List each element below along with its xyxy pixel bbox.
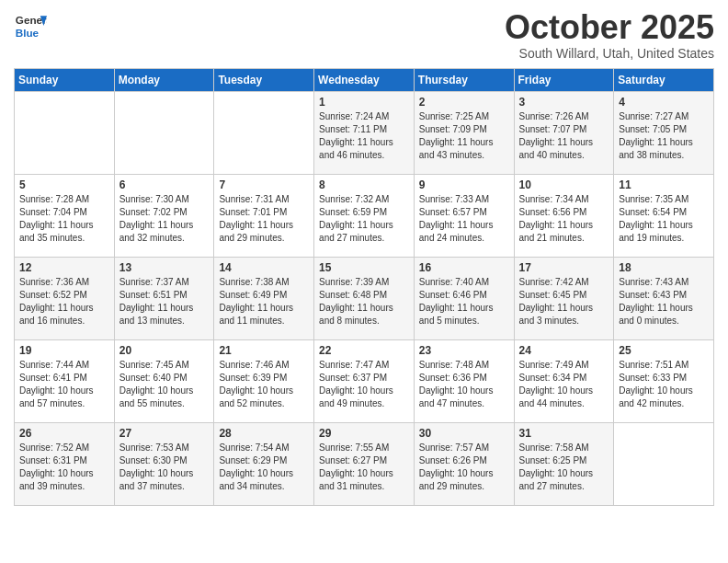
day-number: 31 [519,427,609,440]
day-number: 26 [19,427,109,440]
day-number: 4 [619,96,709,109]
day-number: 18 [619,261,709,274]
day-header-tuesday: Tuesday [214,68,314,91]
cell-content: Sunrise: 7:32 AM Sunset: 6:59 PM Dayligh… [319,193,409,245]
cell-content: Sunrise: 7:25 AM Sunset: 7:09 PM Dayligh… [419,110,509,162]
day-number: 1 [319,96,409,109]
day-header-sunday: Sunday [15,68,115,91]
day-number: 8 [319,178,409,191]
day-number: 23 [419,344,509,357]
cell-content: Sunrise: 7:49 AM Sunset: 6:34 PM Dayligh… [519,359,609,410]
cell-content: Sunrise: 7:34 AM Sunset: 6:56 PM Dayligh… [519,193,609,245]
day-number: 10 [519,178,609,191]
day-number: 27 [119,427,210,440]
calendar-table: SundayMondayTuesdayWednesdayThursdayFrid… [14,68,714,506]
calendar-cell: 11Sunrise: 7:35 AM Sunset: 6:54 PM Dayli… [614,174,714,257]
calendar-cell: 25Sunrise: 7:51 AM Sunset: 6:33 PM Dayli… [614,339,714,422]
calendar-cell: 31Sunrise: 7:58 AM Sunset: 6:25 PM Dayli… [514,422,614,505]
cell-content: Sunrise: 7:38 AM Sunset: 6:49 PM Dayligh… [219,276,309,327]
cell-content: Sunrise: 7:48 AM Sunset: 6:36 PM Dayligh… [419,359,509,410]
day-number: 12 [19,261,109,274]
cell-content: Sunrise: 7:40 AM Sunset: 6:46 PM Dayligh… [419,276,509,327]
cell-content: Sunrise: 7:26 AM Sunset: 7:07 PM Dayligh… [519,110,609,162]
day-number: 25 [619,344,709,357]
cell-content: Sunrise: 7:27 AM Sunset: 7:05 PM Dayligh… [619,110,709,162]
calendar-cell: 26Sunrise: 7:52 AM Sunset: 6:31 PM Dayli… [15,422,115,505]
month-title: October 2025 [505,9,714,46]
calendar-cell: 16Sunrise: 7:40 AM Sunset: 6:46 PM Dayli… [414,257,514,339]
calendar-cell: 15Sunrise: 7:39 AM Sunset: 6:48 PM Dayli… [314,257,415,339]
day-number: 2 [419,96,509,109]
svg-text:Blue: Blue [16,27,40,39]
day-number: 15 [319,261,409,274]
day-header-wednesday: Wednesday [314,68,415,91]
cell-content: Sunrise: 7:42 AM Sunset: 6:45 PM Dayligh… [519,276,609,327]
calendar-cell: 9Sunrise: 7:33 AM Sunset: 6:57 PM Daylig… [414,174,514,257]
day-number: 19 [19,344,109,357]
cell-content: Sunrise: 7:31 AM Sunset: 7:01 PM Dayligh… [219,193,309,245]
cell-content: Sunrise: 7:43 AM Sunset: 6:43 PM Dayligh… [619,276,709,327]
cell-content: Sunrise: 7:51 AM Sunset: 6:33 PM Dayligh… [619,359,709,410]
cell-content: Sunrise: 7:28 AM Sunset: 7:04 PM Dayligh… [19,193,109,245]
calendar-cell [614,422,714,505]
cell-content: Sunrise: 7:57 AM Sunset: 6:26 PM Dayligh… [419,442,509,493]
day-header-saturday: Saturday [614,68,714,91]
calendar-cell [114,91,214,174]
calendar-cell: 18Sunrise: 7:43 AM Sunset: 6:43 PM Dayli… [614,257,714,339]
day-number: 29 [319,427,409,440]
cell-content: Sunrise: 7:58 AM Sunset: 6:25 PM Dayligh… [519,442,609,493]
day-number: 20 [119,344,210,357]
week-row-1: 1Sunrise: 7:24 AM Sunset: 7:11 PM Daylig… [15,91,714,174]
cell-content: Sunrise: 7:37 AM Sunset: 6:51 PM Dayligh… [119,276,210,327]
cell-content: Sunrise: 7:44 AM Sunset: 6:41 PM Dayligh… [19,359,109,410]
calendar-cell: 22Sunrise: 7:47 AM Sunset: 6:37 PM Dayli… [314,339,415,422]
day-number: 7 [219,178,309,191]
calendar-cell [15,91,115,174]
day-number: 9 [419,178,509,191]
calendar-cell: 8Sunrise: 7:32 AM Sunset: 6:59 PM Daylig… [314,174,415,257]
calendar-cell: 4Sunrise: 7:27 AM Sunset: 7:05 PM Daylig… [614,91,714,174]
calendar-cell: 2Sunrise: 7:25 AM Sunset: 7:09 PM Daylig… [414,91,514,174]
cell-content: Sunrise: 7:35 AM Sunset: 6:54 PM Dayligh… [619,193,709,245]
calendar-cell: 3Sunrise: 7:26 AM Sunset: 7:07 PM Daylig… [514,91,614,174]
day-number: 14 [219,261,309,274]
page-header: General Blue October 2025 South Willard,… [14,9,714,61]
cell-content: Sunrise: 7:54 AM Sunset: 6:29 PM Dayligh… [219,442,309,493]
day-header-monday: Monday [114,68,214,91]
day-number: 5 [19,178,109,191]
day-header-thursday: Thursday [414,68,514,91]
calendar-cell: 6Sunrise: 7:30 AM Sunset: 7:02 PM Daylig… [114,174,214,257]
location: South Willard, Utah, United States [505,46,714,61]
cell-content: Sunrise: 7:24 AM Sunset: 7:11 PM Dayligh… [319,110,409,162]
week-row-3: 12Sunrise: 7:36 AM Sunset: 6:52 PM Dayli… [15,257,714,339]
logo: General Blue [14,9,47,42]
day-number: 17 [519,261,609,274]
logo-icon: General Blue [14,9,47,42]
day-number: 6 [119,178,210,191]
calendar-cell: 12Sunrise: 7:36 AM Sunset: 6:52 PM Dayli… [15,257,115,339]
calendar-cell: 29Sunrise: 7:55 AM Sunset: 6:27 PM Dayli… [314,422,415,505]
calendar-cell: 21Sunrise: 7:46 AM Sunset: 6:39 PM Dayli… [214,339,314,422]
cell-content: Sunrise: 7:53 AM Sunset: 6:30 PM Dayligh… [119,442,210,493]
cell-content: Sunrise: 7:45 AM Sunset: 6:40 PM Dayligh… [119,359,210,410]
day-number: 30 [419,427,509,440]
day-header-friday: Friday [514,68,614,91]
week-row-4: 19Sunrise: 7:44 AM Sunset: 6:41 PM Dayli… [15,339,714,422]
cell-content: Sunrise: 7:39 AM Sunset: 6:48 PM Dayligh… [319,276,409,327]
calendar-cell: 7Sunrise: 7:31 AM Sunset: 7:01 PM Daylig… [214,174,314,257]
calendar-cell: 1Sunrise: 7:24 AM Sunset: 7:11 PM Daylig… [314,91,415,174]
day-header-row: SundayMondayTuesdayWednesdayThursdayFrid… [15,68,714,91]
week-row-5: 26Sunrise: 7:52 AM Sunset: 6:31 PM Dayli… [15,422,714,505]
cell-content: Sunrise: 7:33 AM Sunset: 6:57 PM Dayligh… [419,193,509,245]
week-row-2: 5Sunrise: 7:28 AM Sunset: 7:04 PM Daylig… [15,174,714,257]
cell-content: Sunrise: 7:46 AM Sunset: 6:39 PM Dayligh… [219,359,309,410]
calendar-cell: 13Sunrise: 7:37 AM Sunset: 6:51 PM Dayli… [114,257,214,339]
cell-content: Sunrise: 7:47 AM Sunset: 6:37 PM Dayligh… [319,359,409,410]
day-number: 3 [519,96,609,109]
cell-content: Sunrise: 7:36 AM Sunset: 6:52 PM Dayligh… [19,276,109,327]
calendar-cell: 17Sunrise: 7:42 AM Sunset: 6:45 PM Dayli… [514,257,614,339]
calendar-cell: 23Sunrise: 7:48 AM Sunset: 6:36 PM Dayli… [414,339,514,422]
calendar-cell: 27Sunrise: 7:53 AM Sunset: 6:30 PM Dayli… [114,422,214,505]
day-number: 11 [619,178,709,191]
calendar-cell: 19Sunrise: 7:44 AM Sunset: 6:41 PM Dayli… [15,339,115,422]
